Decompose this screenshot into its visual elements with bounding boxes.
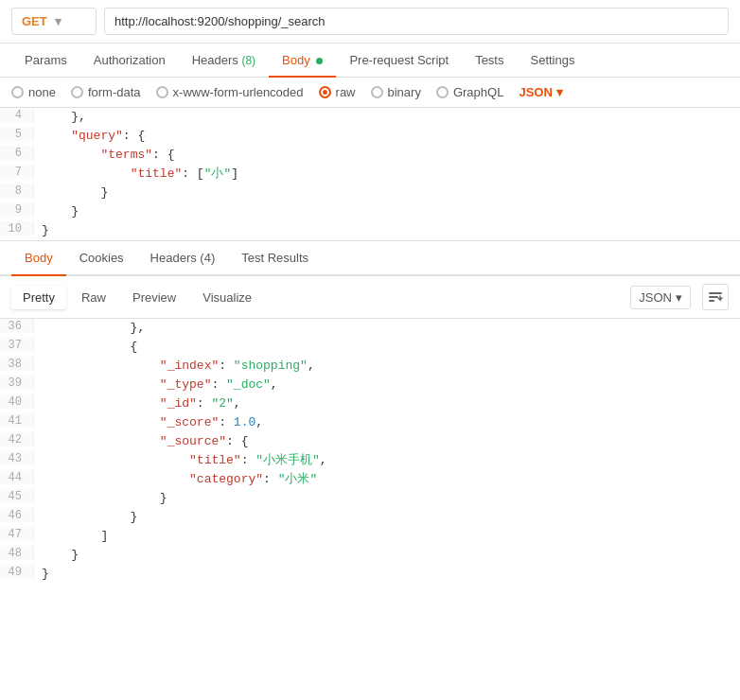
- line-content: "query": {: [34, 127, 145, 146]
- line-content: },: [34, 108, 86, 127]
- line-number: 46: [0, 508, 34, 522]
- tab-settings[interactable]: Settings: [517, 44, 588, 77]
- code-line: 42 "_source": {: [0, 432, 740, 451]
- resp-preview-btn[interactable]: Preview: [121, 286, 187, 309]
- line-number: 37: [0, 338, 34, 352]
- code-line: 49}: [0, 565, 740, 584]
- resp-tab-cookies[interactable]: Cookies: [66, 241, 137, 274]
- line-content: "_index": "shopping",: [34, 357, 315, 376]
- tab-authorization[interactable]: Authorization: [80, 44, 179, 77]
- code-line: 45 }: [0, 489, 740, 508]
- radio-graphql: [436, 86, 449, 98]
- line-content: "category": "小米": [34, 470, 317, 489]
- code-line: 44 "category": "小米": [0, 470, 740, 489]
- line-number: 38: [0, 357, 34, 371]
- response-code-viewer: 36 },37 {38 "_index": "shopping",39 "_ty…: [0, 319, 740, 593]
- line-content: }: [34, 221, 49, 240]
- line-number: 36: [0, 319, 34, 333]
- option-urlencoded[interactable]: x-www-form-urlencoded: [156, 85, 304, 99]
- resp-tab-test-results[interactable]: Test Results: [228, 241, 322, 274]
- line-number: 40: [0, 394, 34, 409]
- line-number: 47: [0, 527, 34, 541]
- line-content: ]: [34, 527, 108, 546]
- option-raw[interactable]: raw: [319, 85, 356, 99]
- code-line: 37 {: [0, 338, 740, 357]
- line-number: 44: [0, 470, 34, 484]
- method-label: GET: [22, 14, 47, 28]
- line-content: }: [34, 184, 108, 202]
- line-number: 45: [0, 489, 34, 503]
- code-line: 36 },: [0, 319, 740, 338]
- tab-headers[interactable]: Headers (8): [179, 44, 269, 77]
- line-number: 6: [0, 146, 34, 160]
- line-number: 41: [0, 413, 34, 428]
- json-format-selector[interactable]: JSON ▾: [519, 85, 562, 99]
- line-content: "title": "小米手机",: [34, 451, 327, 470]
- line-number: 43: [0, 451, 34, 465]
- line-content: "_type": "_doc",: [34, 376, 278, 394]
- line-number: 10: [0, 221, 34, 236]
- line-content: "title": ["小"]: [34, 165, 238, 184]
- json-format-chevron-icon: ▾: [556, 85, 563, 99]
- json-format-label: JSON: [519, 85, 552, 99]
- code-line: 4 },: [0, 108, 740, 127]
- body-options-bar: none form-data x-www-form-urlencoded raw…: [0, 78, 740, 108]
- tab-tests[interactable]: Tests: [462, 44, 517, 77]
- url-input[interactable]: [104, 8, 729, 35]
- resp-tab-body[interactable]: Body: [11, 241, 66, 274]
- line-content: "_source": {: [34, 432, 248, 451]
- code-line: 38 "_index": "shopping",: [0, 357, 740, 376]
- code-line: 47 ]: [0, 527, 740, 546]
- code-line: 5 "query": {: [0, 127, 740, 146]
- method-selector[interactable]: GET ▾: [11, 8, 97, 35]
- response-tab-nav: Body Cookies Headers (4) Test Results: [0, 241, 740, 276]
- wrap-lines-icon: [708, 289, 723, 305]
- tab-body[interactable]: Body: [269, 44, 336, 77]
- code-line: 10}: [0, 221, 740, 240]
- request-tab-nav: Params Authorization Headers (8) Body Pr…: [0, 44, 740, 78]
- line-content: }: [34, 489, 167, 508]
- code-line: 48 }: [0, 546, 740, 565]
- option-none[interactable]: none: [11, 85, 56, 99]
- line-number: 4: [0, 108, 34, 122]
- radio-none: [11, 86, 24, 98]
- line-content: }: [34, 565, 49, 584]
- resp-visualize-btn[interactable]: Visualize: [191, 286, 263, 309]
- option-form-data[interactable]: form-data: [71, 85, 141, 99]
- body-dot-indicator: [316, 58, 323, 64]
- code-line: 6 "terms": {: [0, 146, 740, 165]
- tab-prerequest[interactable]: Pre-request Script: [336, 44, 462, 77]
- line-content: "_score": 1.0,: [34, 413, 263, 432]
- line-number: 7: [0, 165, 34, 179]
- code-line: 8 }: [0, 184, 740, 202]
- code-line: 9 }: [0, 202, 740, 221]
- line-content: {: [34, 338, 137, 357]
- option-graphql[interactable]: GraphQL: [436, 85, 503, 99]
- tab-params[interactable]: Params: [11, 44, 80, 77]
- line-content: },: [34, 319, 145, 338]
- radio-raw: [319, 86, 331, 98]
- svg-rect-2: [709, 300, 714, 302]
- line-number: 39: [0, 376, 34, 390]
- line-number: 9: [0, 202, 34, 217]
- line-content: }: [34, 508, 137, 527]
- option-binary[interactable]: binary: [371, 85, 421, 99]
- radio-urlencoded: [156, 86, 168, 98]
- method-chevron-icon: ▾: [55, 14, 62, 28]
- line-number: 48: [0, 546, 34, 560]
- code-line: 39 "_type": "_doc",: [0, 376, 740, 394]
- code-line: 7 "title": ["小"]: [0, 165, 740, 184]
- resp-tab-headers[interactable]: Headers (4): [137, 241, 229, 274]
- request-code-editor[interactable]: 4 },5 "query": {6 "terms": {7 "title": […: [0, 108, 740, 241]
- svg-rect-1: [709, 296, 718, 298]
- radio-binary: [371, 86, 383, 98]
- line-content: }: [34, 202, 79, 221]
- code-line: 41 "_score": 1.0,: [0, 413, 740, 432]
- wrap-lines-button[interactable]: [702, 284, 729, 310]
- code-line: 46 }: [0, 508, 740, 527]
- resp-raw-btn[interactable]: Raw: [70, 286, 117, 309]
- response-json-format-selector[interactable]: JSON ▾: [630, 286, 691, 309]
- resp-pretty-btn[interactable]: Pretty: [11, 286, 66, 309]
- response-toolbar: Pretty Raw Preview Visualize JSON ▾: [0, 276, 740, 319]
- line-number: 42: [0, 432, 34, 446]
